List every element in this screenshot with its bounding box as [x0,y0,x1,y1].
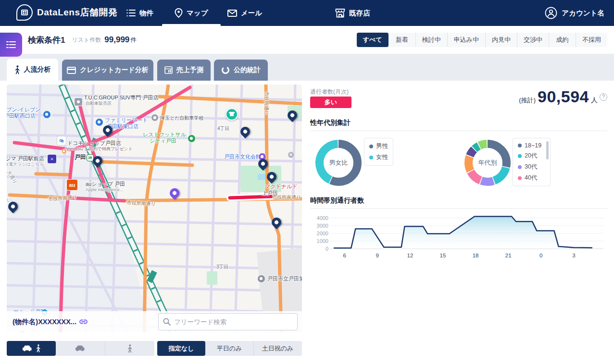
filter-applying[interactable]: 申込み中 [447,33,485,47]
divider [310,208,607,209]
tab-sales-forecast[interactable]: 売上予測 [157,60,211,81]
map-label: Apple intelligence... [86,187,123,192]
day-filter-group: 指定なし 平日のみ 土日祝のみ [157,341,302,356]
legend-scrollbar[interactable] [546,141,549,159]
filter-new[interactable]: 新着 [388,33,415,47]
status-filter-group: すべて 新着 検討中 申込み中 内見中 交渉中 成約 不採用 [357,33,607,47]
tab-credit-card-analysis[interactable]: クレジットカード分析 [62,60,153,81]
driving-school-icon[interactable] [151,114,159,121]
map-pin[interactable] [270,216,283,229]
pedestrian-icon [14,65,20,74]
filter-rejected[interactable]: 不採用 [576,33,607,47]
map-label: シティ戸田 [150,138,176,144]
nav-label: マップ [187,9,208,18]
familymart-icon[interactable] [95,118,103,126]
map-pin[interactable] [91,154,104,168]
map-label: セブン-イレブン [7,107,40,113]
legend-label: 女性 [376,153,388,161]
mode-car-and-walk-button[interactable] [7,341,56,356]
sales-chart-icon [164,66,173,74]
map-label: の家電チラシはこちら [7,162,44,167]
age-legend[interactable]: 18~19 20代 30代 40代 [513,138,551,186]
filter-negotiating[interactable]: 交渉中 [517,33,549,47]
legend-label: 30代 [525,163,537,171]
demographics-section-title: 性年代別集計 [310,119,351,127]
svg-text:9: 9 [376,253,379,258]
map-pin[interactable] [256,157,270,170]
nav-item-map[interactable]: マップ [175,0,208,26]
svg-text:1000: 1000 [317,238,328,244]
legend-item: 男性 [369,142,388,150]
map-label: 戸田駅西口店 [7,113,36,119]
mode-walk-button[interactable] [105,341,154,356]
map-pin[interactable] [265,170,278,183]
analysis-tabstrip: 人流分析 クレジットカード分析 売上予測 公的統計 [0,54,614,81]
filter-considering[interactable]: 検討中 [415,33,447,47]
map-label: 4丁目 [217,126,230,132]
map-pin[interactable] [7,200,20,213]
map-pin-purple[interactable] [168,186,181,200]
school-icon[interactable] [257,275,265,283]
datalens-logo-icon [16,4,33,21]
filter-contracted[interactable]: 成約 [549,33,576,47]
legend-label: 20代 [525,152,537,160]
tab-public-statistics[interactable]: 公的統計 [214,60,268,81]
map-label: home 5G ご契約で特典プレゼント [65,146,133,151]
map-pin[interactable] [101,123,114,137]
nojima-logo[interactable]: ≡ [47,154,57,164]
map-annotation-layer: セブン-イレブン戸田駅西口店T.U.C.GROUP SUV専門 戸田店自動車販売… [7,85,302,332]
nav-label: 物件 [139,9,153,18]
map-label: 市役所通り [264,91,270,115]
legend-item: 40代 [518,174,541,182]
list-count-unit: 件 [130,36,137,44]
map-pin[interactable] [238,125,252,138]
existing-store-marker[interactable] [226,108,238,121]
poi-gray-icon[interactable] [288,151,295,158]
day-filter-weekend[interactable]: 土日祝のみ [253,341,301,356]
map-label: ノジマ 戸田駅前店 [7,156,44,162]
gender-legend: 男性 女性 [364,138,393,166]
filter-all[interactable]: すべて [357,33,388,47]
day-filter-weekday[interactable]: 平日のみ [205,341,253,356]
property-name-link[interactable]: (物件名)XXXXXXX... [13,317,88,327]
map-label: マクドナルド [265,183,298,190]
help-icon[interactable]: ? [600,93,607,101]
freeword-search-input[interactable] [174,318,293,326]
svg-text:3000: 3000 [317,223,328,229]
map-canvas[interactable]: セブン-イレブン戸田駅西口店T.U.C.GROUP SUV専門 戸田店自動車販売… [7,85,302,332]
car-dealer-icon[interactable] [74,97,83,106]
map-pin-icon [175,8,183,18]
map-label: 戸田市立戸田第 [267,276,302,282]
map-search-box [158,313,298,330]
filter-viewing[interactable]: 内見中 [485,33,517,47]
map-pin[interactable] [286,109,299,122]
svg-text:0: 0 [326,246,328,252]
traffic-mode-group [7,341,154,356]
map-label: 3丁目 [216,264,229,270]
svg-text:3: 3 [572,253,575,258]
divider [310,131,607,131]
svg-text:12: 12 [407,253,414,258]
nav-item-mail[interactable]: メール [227,0,262,26]
condition-menu-button[interactable] [0,33,22,57]
search-condition-title: 検索条件1 [28,35,65,46]
estimate-value: 90,594 [538,87,589,106]
list-count-label: リスト件数 [72,36,101,44]
nav-item-properties[interactable]: 物件 [126,0,153,26]
roundabout-dot[interactable] [62,149,67,154]
seven-eleven-icon[interactable] [43,110,51,119]
day-filter-any[interactable]: 指定なし [157,341,205,356]
search-condition-toolbar: 検索条件1 リスト件数 99,999 件 すべて 新着 検討中 申込み中 内見中… [0,26,614,54]
property-name-text: (物件名)XXXXXXX... [13,317,76,327]
mail-icon [227,10,237,17]
svg-text:18: 18 [473,253,479,258]
tab-pedestrian-analysis[interactable]: 人流分析 [7,59,58,81]
account-menu[interactable]: アカウント名 [545,0,604,26]
futsal-park-icon[interactable] [188,134,196,143]
docomo-shop-icon[interactable]: 🛍 [57,136,66,146]
au-shop-logo[interactable]: au [66,179,78,191]
map-label: 上越新幹線 [43,98,55,122]
nav-item-existing-stores[interactable]: 既存店 [335,0,370,26]
map-label: 市役所南通り [272,194,301,200]
mode-car-button[interactable] [56,341,105,356]
